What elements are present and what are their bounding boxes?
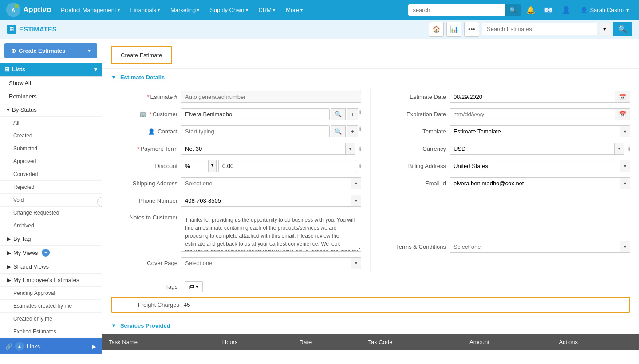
search-dropdown-button[interactable]: ▾	[600, 23, 610, 35]
contact-input[interactable]	[181, 125, 330, 137]
notes-textarea[interactable]: Thanks for providing us the opportunity …	[181, 212, 361, 252]
email-id-input[interactable]	[450, 178, 620, 189]
estimates-search-input[interactable]	[482, 23, 597, 35]
sidebar-item-created-by-me[interactable]: Estimates created by me	[0, 300, 102, 313]
terms-arrow[interactable]: ▾	[620, 241, 630, 252]
nav-product-management[interactable]: Product Management ▾	[56, 4, 124, 16]
phone-number-input[interactable]	[181, 195, 351, 206]
currency-arrow[interactable]: ▾	[614, 143, 624, 154]
currency-select[interactable]: ▾	[450, 143, 624, 155]
shipping-address-input[interactable]	[181, 178, 351, 189]
shipping-address-arrow[interactable]: ▾	[351, 178, 361, 189]
home-button[interactable]: 🏠	[429, 22, 444, 37]
template-arrow[interactable]: ▾	[620, 126, 630, 137]
cover-page-select[interactable]: ▾	[181, 257, 361, 269]
billing-address-select[interactable]: ▾	[450, 160, 630, 172]
phone-number-select[interactable]: ▾	[181, 195, 361, 207]
freight-charges-input[interactable]	[184, 301, 339, 308]
discount-info-button[interactable]: ℹ	[359, 163, 361, 170]
terms-input[interactable]	[450, 241, 620, 252]
customer-search-button[interactable]: 🔍	[331, 108, 346, 120]
phone-number-arrow[interactable]: ▾	[351, 195, 361, 206]
email-id-arrow[interactable]: ▾	[620, 178, 630, 189]
sidebar-item-submitted[interactable]: Submitted	[0, 142, 102, 155]
sidebar-item-converted[interactable]: Converted	[0, 168, 102, 181]
cover-page-arrow[interactable]: ▾	[351, 258, 361, 269]
estimate-date-input[interactable]	[450, 91, 615, 102]
sidebar-item-show-all[interactable]: Show All	[0, 77, 102, 90]
discount-type-arrow[interactable]: ▾	[208, 160, 216, 172]
contact-add-button[interactable]: +	[347, 125, 358, 137]
services-section-header[interactable]: ▼ Services Provided	[102, 317, 639, 334]
estimate-number-input[interactable]	[181, 91, 361, 103]
search-go-button[interactable]: 🔍	[613, 22, 632, 36]
sidebar-group-by-status[interactable]: ▾ By Status	[0, 103, 102, 117]
customer-info-button[interactable]: ℹ	[359, 108, 361, 120]
currency-info-button[interactable]: ℹ	[628, 145, 630, 153]
expiration-date-input[interactable]	[450, 109, 615, 120]
payment-term-info-button[interactable]: ℹ	[359, 145, 361, 153]
sidebar-lists-section[interactable]: ⊞ Lists ▾	[0, 63, 102, 77]
billing-address-arrow[interactable]: ▾	[620, 160, 630, 172]
nav-supply-chain[interactable]: Supply Chain ▾	[205, 4, 252, 16]
expiration-date-picker[interactable]: 📅	[450, 108, 630, 120]
estimate-date-row: Estimate Date 📅	[379, 88, 630, 106]
nav-marketing[interactable]: Marketing ▾	[166, 4, 204, 16]
discount-type-input[interactable]	[181, 160, 208, 172]
template-input[interactable]	[450, 126, 620, 137]
create-estimates-button[interactable]: ⊕ Create Estimates ▾	[4, 43, 97, 58]
cover-page-input[interactable]	[181, 258, 351, 269]
sidebar-item-expired[interactable]: Expired Estimates	[0, 325, 102, 338]
estimate-date-picker[interactable]: 📅	[450, 91, 630, 103]
sub-header-actions: 🏠 📊 ••• ▾ 🔍	[429, 22, 632, 37]
email-id-select[interactable]: ▾	[450, 177, 630, 189]
notifications-icon[interactable]: 🔔	[523, 4, 539, 16]
contact-search-button[interactable]: 🔍	[331, 125, 346, 137]
terms-select[interactable]: ▾	[450, 241, 630, 253]
sidebar-group-my-views[interactable]: ▶ My Views +	[0, 246, 102, 260]
sidebar-item-all[interactable]: All	[0, 117, 102, 129]
template-select[interactable]: ▾	[450, 125, 630, 137]
sidebar-group-my-employee[interactable]: ▶ My Employee's Estimates	[0, 274, 102, 287]
sidebar-item-void[interactable]: Void	[0, 194, 102, 207]
shipping-address-select[interactable]: ▾	[181, 177, 361, 189]
nav-financials[interactable]: Financials ▾	[126, 4, 165, 16]
customer-add-button[interactable]: +	[347, 108, 358, 120]
currency-input[interactable]	[450, 143, 614, 154]
discount-value-input[interactable]	[218, 160, 357, 172]
sidebar-group-by-tag[interactable]: ▶ By Tag	[0, 232, 102, 246]
app-logo[interactable]: A Apptivo	[5, 2, 51, 18]
sidebar-item-created-only-me[interactable]: Created only me	[0, 313, 102, 325]
sidebar-group-shared-views[interactable]: ▶ Shared Views	[0, 260, 102, 274]
sidebar-links-section[interactable]: 🔗 ▲ Links ▶	[0, 338, 102, 354]
payment-term-input[interactable]	[181, 143, 345, 154]
customer-input[interactable]	[181, 108, 330, 120]
nav-more[interactable]: More ▾	[281, 4, 307, 16]
sidebar-item-rejected[interactable]: Rejected	[0, 181, 102, 194]
contact-info-button[interactable]: ℹ	[359, 125, 361, 137]
nav-crm[interactable]: CRM ▾	[254, 4, 280, 16]
sidebar-item-change-requested[interactable]: Change Requested	[0, 207, 102, 219]
payment-term-arrow[interactable]: ▾	[345, 143, 355, 154]
add-view-icon[interactable]: +	[42, 249, 50, 257]
billing-address-input[interactable]	[450, 160, 620, 172]
contacts-icon[interactable]: 👤	[558, 4, 574, 16]
sidebar-item-archived[interactable]: Archived	[0, 219, 102, 232]
more-button[interactable]: •••	[464, 22, 479, 37]
chevron-down-icon: ▾	[158, 8, 160, 12]
payment-term-select[interactable]: ▾	[181, 143, 355, 155]
user-menu[interactable]: 👤 Sarah Castro ▾	[576, 4, 634, 16]
messages-icon[interactable]: 📧	[540, 4, 556, 16]
global-search-button[interactable]: 🔍	[505, 4, 521, 16]
discount-type-select[interactable]: ▾	[181, 160, 217, 172]
calendar-icon[interactable]: 📅	[615, 91, 630, 102]
calendar-icon[interactable]: 📅	[615, 109, 630, 120]
chart-button[interactable]: 📊	[446, 22, 462, 37]
global-search-input[interactable]	[408, 4, 506, 16]
sidebar-item-approved[interactable]: Approved	[0, 155, 102, 168]
sidebar-item-reminders[interactable]: Reminders	[0, 90, 102, 103]
sidebar-item-created[interactable]: Created	[0, 129, 102, 142]
estimate-details-section-header[interactable]: ▼ Estimate Details	[102, 69, 639, 86]
tags-button[interactable]: 🏷 ▾	[185, 281, 203, 292]
sidebar-item-pending-approval[interactable]: Pending Approval	[0, 287, 102, 300]
